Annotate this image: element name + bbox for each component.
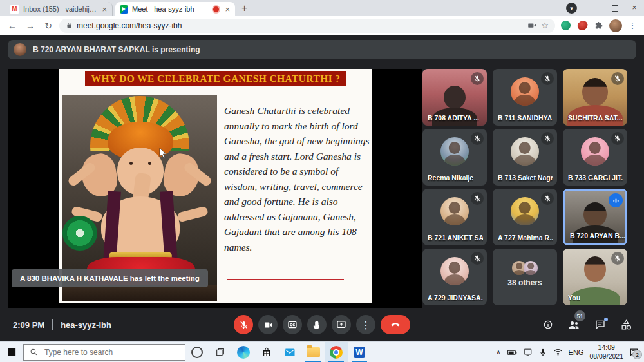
extension-green-icon[interactable] <box>559 21 572 30</box>
tab-close-icon[interactable]: × <box>224 5 231 14</box>
participant-name: Reema Nikalje <box>428 174 473 182</box>
media-controls-button[interactable]: ▾ <box>566 3 577 14</box>
mic-off-icon <box>541 192 554 205</box>
search-input[interactable] <box>43 347 162 357</box>
window-controls: ▾ – × <box>566 0 644 16</box>
participant-tile[interactable]: B 733 GARGI JIT... <box>563 129 627 186</box>
hidden-icons-chevron[interactable]: ∧ <box>496 348 500 356</box>
address-bar[interactable]: meet.google.com/hea-syyz-ibh ☆ <box>59 19 555 33</box>
others-count-label: 38 others <box>493 278 557 287</box>
meeting-info: 2:09 PM hea-syyz-ibh <box>13 319 111 330</box>
participant-name: B 733 GARGI JIT... <box>568 174 623 182</box>
camera-in-use-icon[interactable] <box>527 21 537 30</box>
browser-tab-strip: M Inbox (155) - vaidehijoshi@mes.a × Mee… <box>0 0 644 16</box>
new-tab-button[interactable]: + <box>235 3 255 16</box>
edge-taskbar-icon[interactable] <box>232 342 255 362</box>
restore-button[interactable] <box>605 0 625 16</box>
gmail-favicon: M <box>10 5 19 14</box>
presenting-banner-text: B 720 ARYAN BHARAT SAPKAL is presenting <box>33 45 200 54</box>
taskbar-clock[interactable]: 14:09 08/09/2021 <box>589 343 623 360</box>
notification-count-badge: 2 <box>632 350 642 359</box>
slide-title: WHY DO WE CELEBRATE GANESH CHATURTHI ? <box>85 71 346 86</box>
action-center-button[interactable]: 2 <box>629 347 639 357</box>
others-tile[interactable]: 38 others <box>493 249 557 305</box>
taskbar-search[interactable] <box>23 344 185 361</box>
word-taskbar-icon[interactable]: W <box>348 342 371 362</box>
windows-taskbar: W ∧ ENG 14:09 08/09/2021 2 <box>0 341 644 362</box>
captions-button[interactable] <box>283 315 302 334</box>
participant-tile[interactable]: B 708 ADITYA ... <box>422 69 487 126</box>
chrome-taskbar-icon[interactable] <box>325 342 348 362</box>
chat-unread-dot <box>604 318 608 321</box>
participant-name: B 721 ANIKET SA... <box>428 234 483 242</box>
forward-button[interactable]: → <box>23 21 37 31</box>
raise-hand-button[interactable] <box>307 315 327 334</box>
present-button[interactable] <box>332 315 351 334</box>
self-tile[interactable]: You <box>563 249 627 305</box>
participant-tile[interactable]: B 713 Saket Nagr... <box>493 129 557 186</box>
meet-bottom-bar: 2:09 PM hea-syyz-ibh ⋮ 51 <box>0 308 644 341</box>
url-text: meet.google.com/hea-syyz-ibh <box>77 21 182 30</box>
participant-avatar <box>511 197 539 225</box>
participant-name: A 729 JIDNYASA... <box>428 294 483 301</box>
participant-avatar <box>581 137 609 166</box>
cortana-button[interactable] <box>185 342 209 362</box>
participant-tile[interactable]: A 729 JIDNYASA... <box>422 249 487 305</box>
meeting-details-button[interactable] <box>543 319 553 330</box>
file-explorer-taskbar-icon[interactable] <box>301 342 325 362</box>
mic-off-icon <box>471 132 484 145</box>
participant-tile[interactable]: B 711 SANIDHYA ... <box>493 69 557 126</box>
mail-taskbar-icon[interactable] <box>278 342 301 362</box>
battery-icon[interactable] <box>507 347 517 357</box>
start-button[interactable] <box>0 342 23 362</box>
close-window-button[interactable]: × <box>625 0 644 16</box>
back-button[interactable]: ← <box>5 21 19 31</box>
more-options-button[interactable]: ⋮ <box>356 315 375 334</box>
mic-off-icon <box>471 252 484 265</box>
mic-off-icon <box>471 192 484 205</box>
meet-favicon <box>120 5 128 14</box>
browser-profile-avatar[interactable] <box>609 19 622 32</box>
participant-tile[interactable]: Reema Nikalje <box>422 129 487 186</box>
reload-button[interactable]: ↻ <box>41 21 55 31</box>
chat-button[interactable] <box>594 319 606 330</box>
language-indicator[interactable]: ENG <box>569 348 584 356</box>
browser-menu-kebab-icon[interactable]: ⋮ <box>626 21 639 30</box>
presenter-avatar <box>14 43 26 56</box>
meeting-code: hea-syyz-ibh <box>61 320 111 330</box>
restore-icon <box>612 5 618 12</box>
extensions-puzzle-icon[interactable] <box>592 21 605 30</box>
participants-button[interactable]: 51 <box>567 318 580 331</box>
slide-body-text: Ganesh Chaturthi is celebrated annually … <box>224 103 371 254</box>
lock-icon <box>66 22 73 29</box>
green-wheel-decoration <box>62 216 97 251</box>
tray-time: 14:09 <box>598 343 615 351</box>
wifi-icon[interactable] <box>553 347 563 357</box>
participant-tile[interactable]: B 721 ANIKET SA... <box>422 189 487 245</box>
leave-call-button[interactable] <box>381 315 410 334</box>
camera-toggle-button[interactable] <box>258 315 278 334</box>
participant-avatar <box>440 197 469 225</box>
bookmark-star-icon[interactable]: ☆ <box>541 21 549 30</box>
presentation-slide: WHY DO WE CELEBRATE GANESH CHATURTHI ? <box>59 69 372 303</box>
participant-name: B 711 SANIDHYA ... <box>498 114 553 122</box>
display-icon[interactable] <box>523 347 533 357</box>
tab-gmail[interactable]: M Inbox (155) - vaidehijoshi@mes.a × <box>5 2 113 16</box>
participant-tile[interactable]: A 727 Mahima R... <box>493 189 557 245</box>
store-taskbar-icon[interactable] <box>255 342 278 362</box>
participant-avatar <box>511 77 539 106</box>
mic-toggle-button[interactable] <box>234 315 253 334</box>
tab-meet[interactable]: Meet - hea-syyz-ibh × <box>115 2 235 16</box>
others-avatars <box>512 261 538 275</box>
microphone-tray-icon[interactable] <box>538 348 547 357</box>
participant-tile[interactable]: SUCHITRA SAT... <box>563 69 627 126</box>
recording-indicator-icon <box>212 5 220 14</box>
participant-grid: B 708 ADITYA ... B 711 SANIDHYA ... SUCH… <box>422 69 627 305</box>
extension-red-icon[interactable] <box>576 21 589 30</box>
participant-tile-active-speaker[interactable]: B 720 ARYAN B... <box>563 189 627 245</box>
tab-close-icon[interactable]: × <box>101 5 108 14</box>
task-view-button[interactable] <box>209 342 232 362</box>
minimize-button[interactable]: – <box>586 0 605 16</box>
activities-button[interactable] <box>620 319 632 331</box>
mic-off-icon <box>611 252 624 265</box>
